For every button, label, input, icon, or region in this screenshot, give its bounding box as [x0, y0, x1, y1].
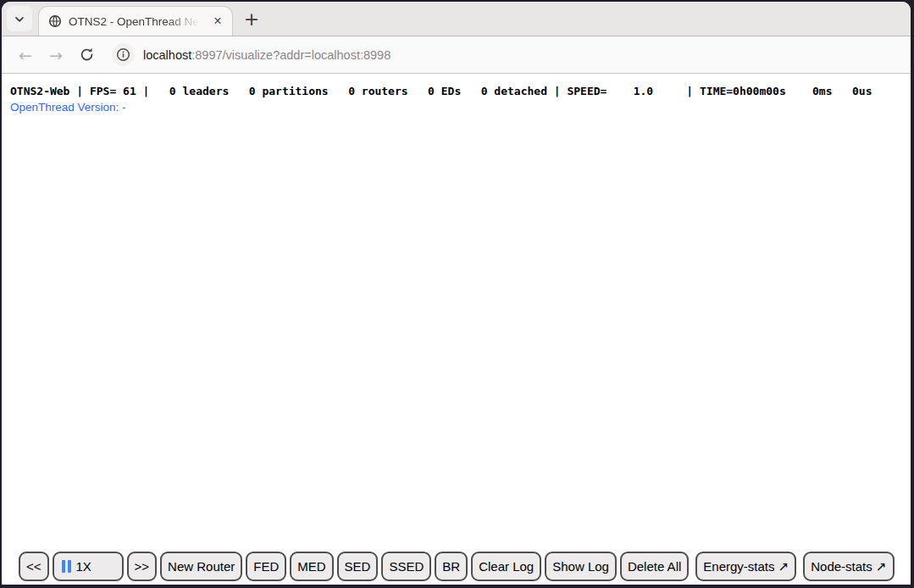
new-tab-button[interactable]: + [239, 6, 264, 31]
forward-button[interactable]: → [41, 42, 71, 69]
tab-title: OTNS2 - OpenThread Ne [69, 15, 203, 28]
med-button[interactable]: MED [290, 552, 333, 581]
reload-button[interactable] [71, 42, 102, 69]
tab-search-button[interactable] [7, 6, 32, 31]
back-button[interactable]: ← [10, 42, 41, 69]
browser-tab[interactable]: OTNS2 - OpenThread Ne × [38, 6, 233, 36]
chevron-down-icon [14, 11, 25, 26]
tab-close-icon[interactable]: × [210, 14, 225, 29]
sed-button[interactable]: SED [337, 552, 379, 581]
address-toolbar: ← → localhost:8997/visualize [2, 36, 911, 74]
fast-forward-button[interactable]: >> [127, 552, 158, 581]
clear-log-button[interactable]: Clear Log [471, 552, 541, 581]
simulation-status-line: OTNS2-Web | FPS= 61 | 0 leaders 0 partit… [10, 85, 872, 97]
info-icon [116, 47, 130, 62]
tab-strip: OTNS2 - OpenThread Ne × + [2, 2, 911, 36]
fed-button[interactable]: FED [246, 552, 286, 581]
url-bar[interactable]: localhost:8997/visualize?addr=localhost:… [112, 43, 391, 66]
energy-stats-button[interactable]: Energy-stats ↗ [695, 552, 796, 581]
pause-icon [62, 560, 71, 573]
site-info-button[interactable] [112, 43, 135, 66]
page-content: OTNS2-Web | FPS= 61 | 0 leaders 0 partit… [2, 74, 911, 585]
openthread-version-text: OpenThread Version: - [10, 101, 126, 114]
url-path: :8997/visualize?addr=localhost:8998 [191, 48, 391, 62]
br-button[interactable]: BR [435, 552, 468, 581]
new-router-button[interactable]: New Router [160, 552, 242, 581]
delete-all-button[interactable]: Delete All [620, 552, 689, 581]
browser-window: OTNS2 - OpenThread Ne × + ← → [2, 2, 911, 585]
url-text[interactable]: localhost:8997/visualize?addr=localhost:… [143, 48, 391, 62]
globe-favicon-icon [48, 14, 62, 28]
show-log-button[interactable]: Show Log [545, 552, 617, 581]
reload-icon [80, 47, 94, 62]
speed-label: 1X [76, 559, 91, 574]
ssed-button[interactable]: SSED [381, 552, 431, 581]
node-stats-button[interactable]: Node-stats ↗ [803, 552, 894, 581]
rewind-button[interactable]: << [19, 552, 49, 581]
control-bar: << 1X >> New Router FED MED SED SSED BR … [19, 552, 895, 581]
speed-button[interactable]: 1X [53, 552, 124, 581]
url-host: localhost [143, 48, 191, 62]
